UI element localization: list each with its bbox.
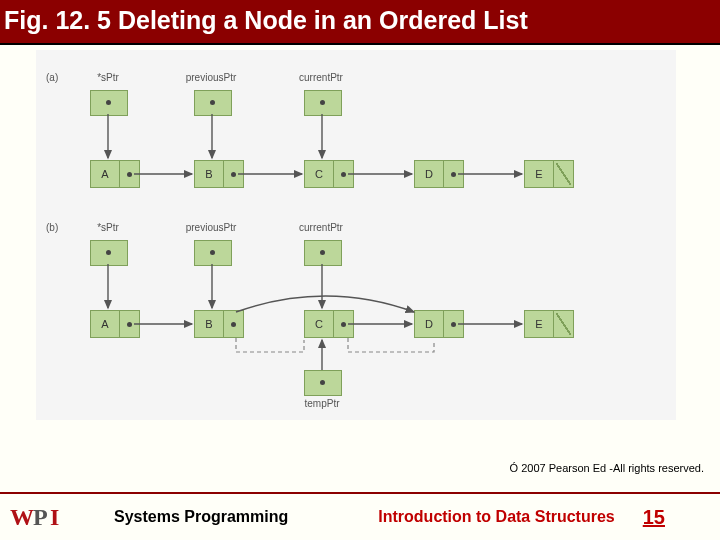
- node-b-D-data: D: [415, 311, 444, 337]
- node-a-D: D: [414, 160, 464, 188]
- node-a-C-data: C: [305, 161, 334, 187]
- label-prevptr-b: previousPtr: [176, 222, 246, 233]
- node-b-B-data: B: [195, 311, 224, 337]
- node-a-B-data: B: [195, 161, 224, 187]
- node-b-B: B: [194, 310, 244, 338]
- node-b-A: A: [90, 310, 140, 338]
- footer-center: Introduction to Data Structures: [378, 508, 614, 526]
- arrows-svg: [36, 50, 676, 420]
- label-currptr-a: currentPtr: [286, 72, 356, 83]
- label-sptr-b: *sPtr: [86, 222, 130, 233]
- label-currptr-b: currentPtr: [286, 222, 356, 233]
- node-b-E-data: E: [525, 311, 554, 337]
- node-b-D: D: [414, 310, 464, 338]
- node-b-E: E: [524, 310, 574, 338]
- part-b-label: (b): [46, 222, 58, 233]
- node-b-A-data: A: [91, 311, 120, 337]
- label-tempptr: tempPtr: [294, 398, 350, 409]
- node-b-C: C: [304, 310, 354, 338]
- node-a-A: A: [90, 160, 140, 188]
- footer: W P I Systems Programming Introduction t…: [0, 492, 720, 540]
- node-a-D-data: D: [415, 161, 444, 187]
- diagram-area: (a) *sPtr previousPtr currentPtr A B C D: [36, 50, 676, 420]
- wpi-logo: W P I: [10, 503, 74, 531]
- svg-text:W: W: [10, 504, 34, 530]
- node-a-C: C: [304, 160, 354, 188]
- svg-text:I: I: [50, 504, 59, 530]
- part-a-label: (a): [46, 72, 58, 83]
- node-a-E-data: E: [525, 161, 554, 187]
- node-a-E: E: [524, 160, 574, 188]
- node-a-A-data: A: [91, 161, 120, 187]
- footer-left: Systems Programming: [114, 508, 288, 526]
- footer-page: 15: [643, 506, 665, 529]
- label-prevptr-a: previousPtr: [176, 72, 246, 83]
- node-a-B: B: [194, 160, 244, 188]
- label-sptr-a: *sPtr: [86, 72, 130, 83]
- copyright: Ó 2007 Pearson Ed -All rights reserved.: [510, 462, 704, 474]
- node-b-C-data: C: [305, 311, 334, 337]
- slide-title: Fig. 12. 5 Deleting a Node in an Ordered…: [0, 0, 720, 45]
- svg-text:P: P: [33, 504, 48, 530]
